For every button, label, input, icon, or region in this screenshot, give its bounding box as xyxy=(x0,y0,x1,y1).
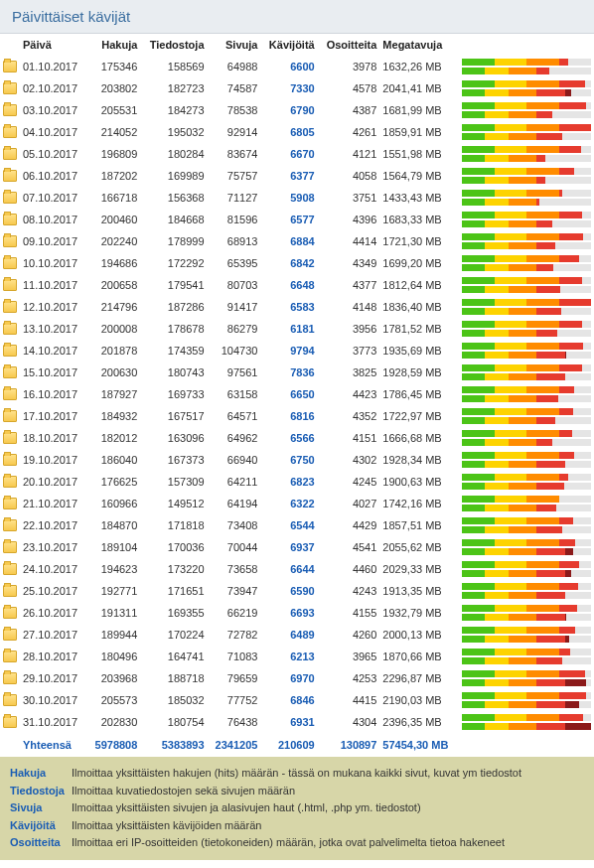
cell-date[interactable]: 10.10.2017 xyxy=(20,252,86,274)
cell-date[interactable]: 27.10.2017 xyxy=(20,624,86,646)
cell-date[interactable]: 31.10.2017 xyxy=(20,711,86,733)
totals-pages: 2341205 xyxy=(208,733,261,757)
cell-addresses: 4349 xyxy=(318,252,380,274)
folder-icon xyxy=(3,257,17,269)
cell-pages: 83674 xyxy=(208,143,261,165)
cell-date[interactable]: 14.10.2017 xyxy=(20,340,86,362)
cell-date[interactable]: 15.10.2017 xyxy=(20,362,86,383)
cell-visitors: 6489 xyxy=(260,624,317,646)
cell-hits: 166718 xyxy=(86,187,140,209)
cell-addresses: 4058 xyxy=(318,165,380,187)
cell-date[interactable]: 16.10.2017 xyxy=(20,383,86,405)
folder-icon xyxy=(3,170,17,182)
cell-date[interactable]: 20.10.2017 xyxy=(20,471,86,493)
cell-hits: 202240 xyxy=(86,230,140,252)
usage-bars xyxy=(459,536,594,558)
cell-files: 169989 xyxy=(140,165,207,187)
usage-bars xyxy=(459,274,594,296)
cell-date[interactable]: 02.10.2017 xyxy=(20,77,86,99)
cell-date[interactable]: 29.10.2017 xyxy=(20,667,86,689)
cell-addresses: 4148 xyxy=(318,296,380,318)
cell-mb: 1632,26 MB xyxy=(379,56,459,77)
cell-files: 157309 xyxy=(140,471,207,493)
usage-bars xyxy=(459,689,594,711)
cell-mb: 1913,35 MB xyxy=(379,580,459,602)
cell-hits: 200008 xyxy=(86,318,140,340)
cell-date[interactable]: 25.10.2017 xyxy=(20,580,86,602)
cell-addresses: 4415 xyxy=(318,689,380,711)
cell-date[interactable]: 23.10.2017 xyxy=(20,536,86,558)
cell-files: 172292 xyxy=(140,252,207,274)
cell-files: 178678 xyxy=(140,318,207,340)
usage-bars xyxy=(459,449,594,471)
cell-pages: 64988 xyxy=(208,56,261,77)
cell-date[interactable]: 28.10.2017 xyxy=(20,646,86,667)
cell-pages: 72782 xyxy=(208,624,261,646)
folder-icon xyxy=(3,82,17,94)
cell-files: 169733 xyxy=(140,383,207,405)
cell-date[interactable]: 05.10.2017 xyxy=(20,143,86,165)
cell-hits: 191311 xyxy=(86,602,140,624)
cell-visitors: 6884 xyxy=(260,230,317,252)
folder-icon xyxy=(3,585,17,597)
cell-date[interactable]: 22.10.2017 xyxy=(20,514,86,536)
usage-bars xyxy=(459,427,594,449)
cell-date[interactable]: 30.10.2017 xyxy=(20,689,86,711)
cell-date[interactable]: 13.10.2017 xyxy=(20,318,86,340)
cell-visitors: 7330 xyxy=(260,77,317,99)
cell-hits: 214052 xyxy=(86,121,140,143)
cell-visitors: 6644 xyxy=(260,558,317,580)
cell-date[interactable]: 26.10.2017 xyxy=(20,602,86,624)
cell-hits: 175346 xyxy=(86,56,140,77)
cell-pages: 66940 xyxy=(208,449,261,471)
table-row: 10.10.201719468617229265395684243491699,… xyxy=(0,252,594,274)
totals-files: 5383893 xyxy=(140,733,207,757)
usage-bars xyxy=(459,362,594,383)
cell-hits: 205531 xyxy=(86,99,140,121)
cell-date[interactable]: 08.10.2017 xyxy=(20,209,86,230)
cell-visitors: 6693 xyxy=(260,602,317,624)
cell-date[interactable]: 03.10.2017 xyxy=(20,99,86,121)
cell-date[interactable]: 19.10.2017 xyxy=(20,449,86,471)
cell-hits: 184932 xyxy=(86,405,140,427)
cell-date[interactable]: 01.10.2017 xyxy=(20,56,86,77)
folder-icon xyxy=(3,716,17,728)
totals-label: Yhteensä xyxy=(20,733,86,757)
cell-date[interactable]: 18.10.2017 xyxy=(20,427,86,449)
cell-date[interactable]: 09.10.2017 xyxy=(20,230,86,252)
cell-hits: 201878 xyxy=(86,340,140,362)
cell-hits: 176625 xyxy=(86,471,140,493)
cell-mb: 2041,41 MB xyxy=(379,77,459,99)
cell-mb: 1564,79 MB xyxy=(379,165,459,187)
cell-addresses: 4155 xyxy=(318,602,380,624)
cell-addresses: 4027 xyxy=(318,493,380,514)
folder-icon xyxy=(3,301,17,313)
table-row: 23.10.201718910417003670044693745412055,… xyxy=(0,536,594,558)
cell-date[interactable]: 04.10.2017 xyxy=(20,121,86,143)
cell-date[interactable]: 17.10.2017 xyxy=(20,405,86,427)
cell-hits: 187202 xyxy=(86,165,140,187)
cell-date[interactable]: 07.10.2017 xyxy=(20,187,86,209)
cell-hits: 194623 xyxy=(86,558,140,580)
folder-icon xyxy=(3,279,17,291)
cell-date[interactable]: 21.10.2017 xyxy=(20,493,86,514)
usage-bars xyxy=(459,230,594,252)
cell-mb: 1935,69 MB xyxy=(379,340,459,362)
table-row: 04.10.201721405219503292914680542611859,… xyxy=(0,121,594,143)
col-pages: Sivuja xyxy=(208,34,261,56)
cell-pages: 70044 xyxy=(208,536,261,558)
table-row: 02.10.201720380218272374587733045782041,… xyxy=(0,77,594,99)
cell-date[interactable]: 06.10.2017 xyxy=(20,165,86,187)
cell-date[interactable]: 24.10.2017 xyxy=(20,558,86,580)
cell-date[interactable]: 12.10.2017 xyxy=(20,296,86,318)
cell-files: 171818 xyxy=(140,514,207,536)
legend-key: Osoitteita xyxy=(10,834,72,852)
table-row: 18.10.201718201216309664962656641511666,… xyxy=(0,427,594,449)
cell-addresses: 4377 xyxy=(318,274,380,296)
usage-bars xyxy=(459,711,594,733)
table-row: 24.10.201719462317322073658664444602029,… xyxy=(0,558,594,580)
folder-icon xyxy=(3,651,17,662)
cell-date[interactable]: 11.10.2017 xyxy=(20,274,86,296)
usage-bars xyxy=(459,405,594,427)
cell-addresses: 4261 xyxy=(318,121,380,143)
